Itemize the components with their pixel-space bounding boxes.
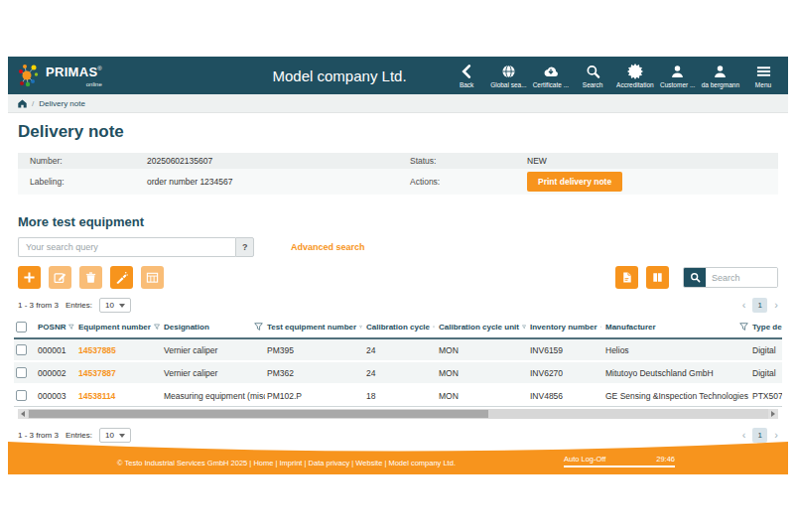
edit-pencil-icon xyxy=(54,271,66,284)
app-window: PRIMAS® online Model company Ltd. Back G… xyxy=(8,57,788,474)
brush-button[interactable] xyxy=(110,266,133,289)
company-title: Model company Ltd. xyxy=(273,67,407,84)
page-title: Delivery note xyxy=(18,122,778,142)
print-delivery-note-button[interactable]: Print delivery note xyxy=(527,172,622,192)
nav-certificate-download[interactable]: Certificate ... xyxy=(532,62,570,90)
table-search-input[interactable] xyxy=(706,268,777,287)
table-row[interactable]: 000003 14538114 Measuring equipment (mis… xyxy=(14,384,782,407)
scrollbar-thumb[interactable] xyxy=(29,410,488,418)
page-number-button[interactable]: 1 xyxy=(752,298,767,313)
search-help-button[interactable]: ? xyxy=(235,237,254,257)
table-row[interactable]: 000002 14537887 Vernier caliper PM362 24… xyxy=(14,361,782,384)
file-export-icon xyxy=(620,271,633,284)
hamburger-menu-icon xyxy=(756,64,771,79)
footer-links[interactable]: © Testo Industrial Services GmbH 2025 | … xyxy=(117,459,456,467)
user-icon xyxy=(713,64,728,79)
table-header-row: POSNR Equipment number Designation Test … xyxy=(14,317,782,338)
scroll-left-arrow-icon[interactable] xyxy=(18,409,28,419)
select-all-checkbox[interactable] xyxy=(16,322,27,332)
pager: ‹ 1 › xyxy=(742,298,778,313)
globe-icon xyxy=(501,64,516,79)
pagination-top: 1 - 3 from 3 Entries: 10 ‹ 1 › xyxy=(18,298,778,313)
entries-label: Entries: xyxy=(66,301,92,310)
filter-funnel-icon[interactable] xyxy=(68,323,74,332)
filter-funnel-icon[interactable] xyxy=(254,323,263,332)
search-query-input[interactable] xyxy=(18,237,235,257)
filter-funnel-icon[interactable] xyxy=(739,323,748,332)
nav-search[interactable]: Search xyxy=(574,62,611,90)
info-row-number-status: Number: 20250602135607 Status: NEW xyxy=(18,153,778,169)
logo-registered-mark: ® xyxy=(97,66,101,71)
status-label: Status: xyxy=(398,156,527,166)
table-search-button[interactable] xyxy=(684,268,706,287)
scroll-right-arrow-icon[interactable] xyxy=(768,409,778,419)
row-checkbox[interactable] xyxy=(16,367,27,378)
logo-tagline: online xyxy=(46,81,102,87)
horizontal-scrollbar[interactable] xyxy=(18,409,778,419)
advanced-search-link[interactable]: Advanced search xyxy=(291,242,365,252)
columns-icon xyxy=(651,271,664,284)
search-row: ? Advanced search xyxy=(18,237,778,257)
nav-global-search[interactable]: Global sea... xyxy=(489,62,528,90)
equipment-number-link[interactable]: 14537885 xyxy=(78,345,116,355)
user-icon xyxy=(670,64,685,79)
auto-logoff: Auto Log-Off 29:46 xyxy=(564,455,675,467)
export-file-button[interactable] xyxy=(615,266,638,289)
breadcrumb-separator: / xyxy=(32,99,34,108)
scrollbar-track[interactable] xyxy=(28,409,768,419)
trash-icon xyxy=(84,271,97,284)
add-button[interactable] xyxy=(18,266,41,289)
delivery-note-details: Number: 20250602135607 Status: NEW Label… xyxy=(18,153,778,195)
nav-user-account[interactable]: da bergmann xyxy=(701,62,740,90)
search-icon xyxy=(586,64,600,79)
breadcrumb: / Delivery note xyxy=(8,94,788,113)
filter-funnel-icon[interactable] xyxy=(600,323,601,332)
table-toolbar xyxy=(18,266,778,289)
filter-funnel-icon[interactable] xyxy=(433,323,435,332)
table-row[interactable]: 000001 14537885 Vernier caliper PM395 24… xyxy=(14,338,782,361)
delete-button[interactable] xyxy=(79,266,102,289)
cloud-download-icon xyxy=(543,64,559,79)
chevron-down-icon xyxy=(119,304,125,308)
auto-logoff-progress xyxy=(564,466,675,467)
plus-icon xyxy=(23,271,36,284)
primas-molecule-icon xyxy=(18,63,42,89)
status-badge: NEW xyxy=(527,156,778,166)
equipment-number-link[interactable]: 14537887 xyxy=(78,368,116,378)
main-content: Delivery note Number: 20250602135607 Sta… xyxy=(8,113,788,443)
table-grid-icon xyxy=(146,271,159,284)
equipment-number-link[interactable]: 14538114 xyxy=(78,391,115,401)
number-label: Number: xyxy=(18,156,147,166)
table-view-button[interactable] xyxy=(141,266,164,289)
filter-funnel-icon[interactable] xyxy=(522,323,526,332)
nav-accreditation[interactable]: Accreditation xyxy=(615,62,655,90)
next-page-button[interactable]: › xyxy=(774,300,778,311)
nav-customer[interactable]: Customer ... xyxy=(659,62,697,90)
number-value: 20250602135607 xyxy=(147,156,398,166)
prev-page-button[interactable]: ‹ xyxy=(742,300,746,311)
actions-label: Actions: xyxy=(398,177,527,187)
primas-logo[interactable]: PRIMAS® online xyxy=(18,63,102,89)
back-chevron-icon xyxy=(460,64,474,79)
auto-logoff-label: Auto Log-Off xyxy=(564,455,605,464)
row-checkbox[interactable] xyxy=(16,390,27,401)
nav-back[interactable]: Back xyxy=(448,62,485,90)
column-settings-button[interactable] xyxy=(646,266,669,289)
table-search xyxy=(683,267,778,288)
row-checkbox[interactable] xyxy=(16,344,27,355)
edit-button[interactable] xyxy=(49,266,71,289)
breadcrumb-page[interactable]: Delivery note xyxy=(39,99,85,108)
labeling-label: Labeling: xyxy=(18,177,147,187)
accreditation-seal-icon xyxy=(627,64,643,79)
auto-logoff-timer: 29:46 xyxy=(656,455,675,464)
info-row-labeling-actions: Labeling: order number 1234567 Actions: … xyxy=(18,169,778,195)
equipment-table: POSNR Equipment number Designation Test … xyxy=(14,317,782,407)
filter-funnel-icon[interactable] xyxy=(154,323,160,332)
entries-select[interactable]: 10 xyxy=(99,298,131,313)
home-icon[interactable] xyxy=(18,99,27,108)
brush-icon xyxy=(115,271,128,284)
section-title-more-test-equipment: More test equipment xyxy=(18,214,778,229)
result-range: 1 - 3 from 3 xyxy=(18,301,59,310)
nav-menu[interactable]: Menu xyxy=(744,62,782,90)
filter-funnel-icon[interactable] xyxy=(359,323,362,332)
